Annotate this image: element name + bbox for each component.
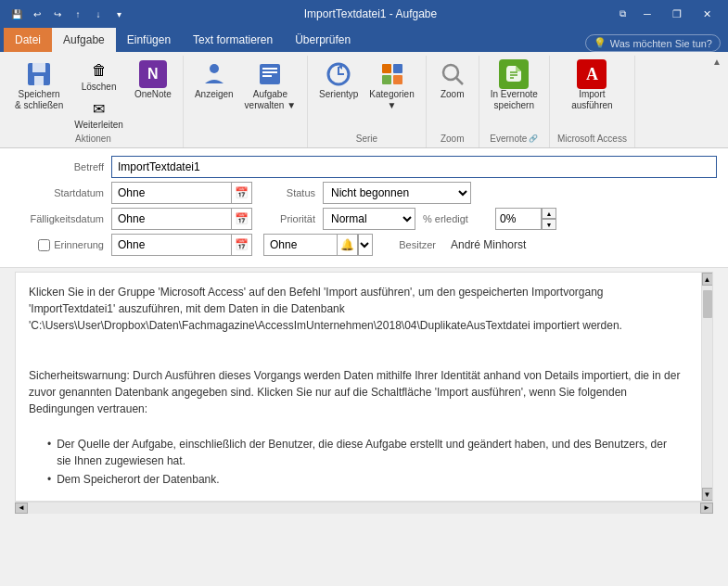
body-paragraph-1: Klicken Sie in der Gruppe 'Microsoft Acc… [29,284,688,334]
erinnerung-date-input[interactable] [111,234,232,256]
serientyp-button[interactable]: Serientyp [315,57,362,102]
scroll-up-button[interactable]: ▲ [702,273,713,286]
qa-dropdown-btn[interactable]: ▾ [109,5,128,23]
erledigt-label: % erledigt [423,213,488,224]
bullet-2-marker: • [47,471,51,488]
status-label: Status [260,187,315,198]
ribbon-group-microsoft-access: A Importausführen Microsoft Access [550,56,635,147]
lightbulb-icon: 💡 [594,37,607,49]
erinnerung-calendar-button[interactable]: 📅 [232,234,252,256]
tell-me-box[interactable]: 💡 Was möchten Sie tun? [585,34,721,52]
svg-rect-7 [262,71,277,73]
serientyp-label: Serientyp [319,89,358,100]
h-scroll-right-button[interactable]: ► [700,503,713,514]
import-ausfuehren-label: Importausführen [571,89,612,111]
besitzer-value: André Minhorst [451,238,526,251]
faelligkeitsdatum-input[interactable] [111,208,232,230]
ribbon-group-zoom: Zoom Zoom [427,56,479,147]
save-icon [24,59,54,89]
erinnerung-time-dropdown[interactable]: ▾ [358,234,373,256]
evernote-group-label: Evernote 🔗 [490,132,538,147]
bullet-1-marker: • [47,436,51,469]
startdatum-status-row: Startdatum 📅 Status Nicht begonnen [11,182,717,204]
anzeigen-label: Anzeigen [195,89,234,100]
forward-icon: ✉ [88,97,110,120]
erledigt-input[interactable] [495,208,542,230]
erinnerung-time-input[interactable] [263,234,338,256]
scroll-down-button[interactable]: ▼ [702,488,713,501]
h-scroll-track[interactable] [28,503,700,514]
erinnerung-checkbox[interactable] [38,239,50,251]
qa-undo-btn[interactable]: ↩ [28,5,46,23]
window-icon-btn[interactable]: ⧉ [613,5,632,23]
speichern-label: Speichern& schließen [15,89,63,111]
erledigt-increment[interactable]: ▲ [542,208,556,219]
betreff-row: Betreff [11,156,717,178]
restore-button[interactable]: ❐ [663,5,691,23]
erledigt-decrement[interactable]: ▼ [542,219,556,230]
tab-ueberpruefen[interactable]: Überprüfen [284,28,362,52]
aufgabe-verwalten-button[interactable]: Aufgabeverwalten ▼ [241,57,300,113]
loeschen-button[interactable]: 🗑 Löschen [70,57,127,94]
ribbon-tab-bar: Datei Aufgabe Einfügen Text formatieren … [0,28,728,52]
tab-aufgabe[interactable]: Aufgabe [52,28,116,52]
close-button[interactable]: ✕ [693,5,721,23]
weiterleiten-label: Weiterleiten [74,120,123,130]
tab-text-formatieren[interactable]: Text formatieren [182,28,284,52]
bullet-item-2: • Dem Speicherort der Datenbank. [47,471,670,488]
betreff-input[interactable] [111,156,717,178]
vertical-scrollbar[interactable]: ▲ ▼ [701,273,712,501]
ribbon-content: Speichern& schließen 🗑 Löschen ✉ Weiterl… [0,52,728,148]
body-text-area: Klicken Sie in der Gruppe 'Microsoft Acc… [15,272,713,502]
scroll-thumb[interactable] [703,290,712,318]
svg-rect-2 [34,76,44,85]
in-evernote-speichern-button[interactable]: In Evernotespeichern [487,57,542,113]
erinnerung-row: Erinnerung 📅 🔔 ▾ Besitzer André Minhorst [11,234,717,256]
horizontal-scrollbar[interactable]: ◄ ► [15,502,713,513]
status-select[interactable]: Nicht begonnen [323,182,471,204]
prioritaet-select[interactable]: Normal [323,208,415,230]
tab-datei[interactable]: Datei [4,28,52,52]
qa-redo-btn[interactable]: ↪ [48,5,67,23]
kategorien-button[interactable]: Kategorien▼ [365,57,417,113]
kategorien-label: Kategorien▼ [369,89,414,111]
in-evernote-label: In Evernotespeichern [491,89,538,111]
faelligkeitsdatum-calendar-button[interactable]: 📅 [232,208,252,230]
qa-up-btn[interactable]: ↑ [69,5,87,23]
startdatum-input[interactable] [111,182,232,204]
minimize-button[interactable]: ─ [633,5,661,23]
svg-rect-5 [260,64,280,84]
startdatum-calendar-button[interactable]: 📅 [232,182,252,204]
weiterleiten-button[interactable]: ✉ Weiterleiten [70,96,127,132]
zoom-button[interactable]: Zoom [434,57,471,102]
speichern-schliessen-button[interactable]: Speichern& schließen [11,57,67,113]
onenote-button[interactable]: N OneNote [131,57,175,102]
body-text-content[interactable]: Klicken Sie in der Gruppe 'Microsoft Acc… [16,273,701,501]
serientyp-icon [324,59,353,89]
qa-down-btn[interactable]: ↓ [89,5,108,23]
access-buttons: A Importausführen [568,56,616,132]
svg-rect-3 [32,63,42,70]
kategorien-icon [377,59,407,89]
aufgabe-verwalten-label: Aufgabeverwalten ▼ [245,89,296,111]
title-bar-left: 💾 ↩ ↪ ↑ ↓ ▾ [7,5,128,23]
access-group-label: Microsoft Access [557,132,627,147]
aufgabe-verwalten-icon [255,59,285,89]
collapse-ribbon-button[interactable]: ▲ [709,54,724,69]
erinnerung-label: Erinnerung [54,239,104,250]
svg-rect-13 [393,75,402,84]
erledigt-group: ▲ ▼ [495,208,556,230]
svg-rect-8 [262,75,272,77]
scroll-track[interactable] [702,286,713,488]
qa-save-btn[interactable]: 💾 [7,5,26,23]
ribbon-group-anzeigen: Anzeigen Aufgabeverwalten ▼ [184,56,308,147]
ribbon-group-evernote: In Evernotespeichern Evernote 🔗 [479,56,550,147]
import-ausfuehren-button[interactable]: A Importausführen [568,57,616,113]
zoom-icon [438,59,467,89]
erledigt-spinner: ▲ ▼ [542,208,556,230]
h-scroll-left-button[interactable]: ◄ [15,503,28,514]
erinnerung-sound-button[interactable]: 🔔 [338,234,358,256]
onenote-label: OneNote [134,89,172,100]
anzeigen-button[interactable]: Anzeigen [191,57,237,102]
tab-einfuegen[interactable]: Einfügen [116,28,182,52]
